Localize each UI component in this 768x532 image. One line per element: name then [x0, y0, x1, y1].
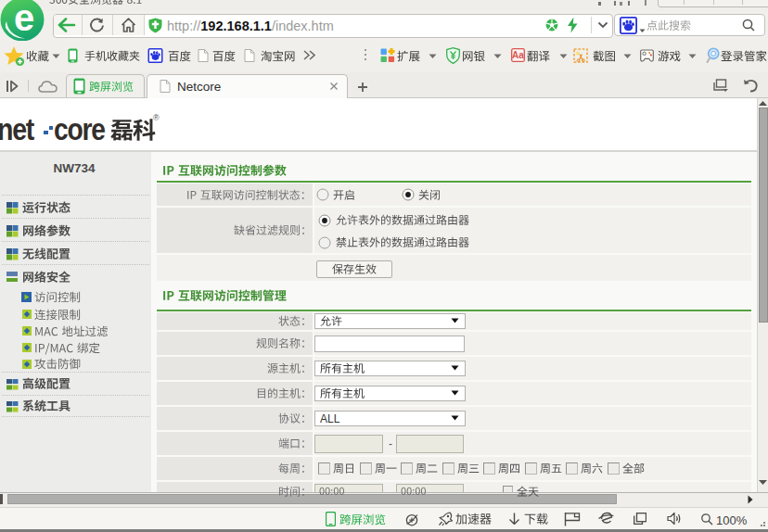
- svg-text:Aa: Aa: [512, 50, 524, 60]
- svg-text:e: e: [14, 0, 34, 38]
